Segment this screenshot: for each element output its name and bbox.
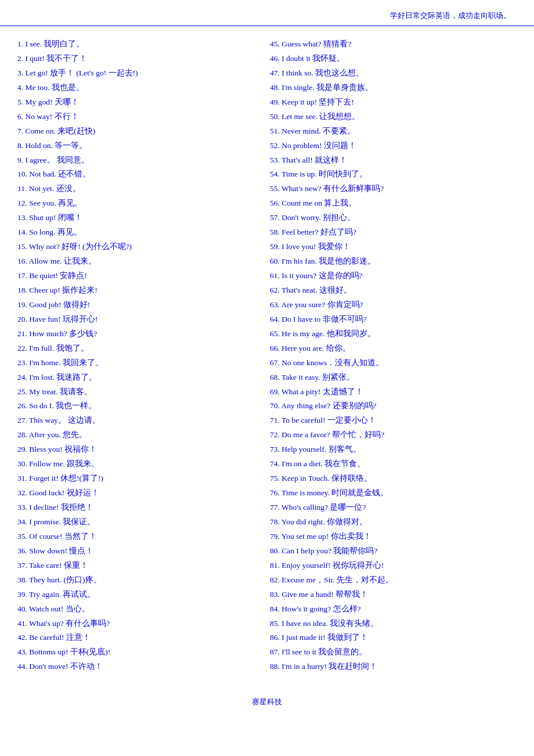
- list-item: 2. I quit! 我不干了！: [17, 52, 264, 66]
- list-item: 15. Why not? 好呀! (为什么不呢?): [17, 240, 264, 254]
- list-item: 41. What's up? 有什么事吗?: [17, 617, 264, 631]
- list-item: 69. What a pity! 太遗憾了！: [270, 386, 517, 399]
- list-item: 10. Not bad. 还不错。: [17, 168, 264, 181]
- list-item: 57. Don't worry. 别担心。: [270, 211, 517, 225]
- list-item: 34. I promise. 我保证。: [17, 516, 264, 529]
- list-item: 1. I see. 我明白了。: [17, 38, 264, 51]
- list-item: 63. Are you sure? 你肯定吗?: [270, 298, 517, 312]
- left-column: 1. I see. 我明白了。2. I quit! 我不干了！3. Let go…: [17, 38, 264, 674]
- list-item: 37. Take care! 保重！: [17, 559, 264, 573]
- list-item: 83. Give me a hand! 帮帮我！: [270, 588, 517, 602]
- list-item: 64. Do I have to 非做不可吗?: [270, 313, 517, 326]
- list-item: 67. No one knows．没有人知道。: [270, 357, 517, 370]
- list-item: 13. Shut up! 闭嘴！: [17, 211, 264, 225]
- list-item: 47. I think so. 我也这么想。: [270, 67, 517, 80]
- list-item: 31. Forget it! 休想!(算了!): [17, 472, 264, 485]
- list-item: 14. So long. 再见。: [17, 226, 264, 239]
- list-item: 39. Try again. 再试试。: [17, 588, 264, 602]
- list-item: 9. I agree。 我同意。: [17, 154, 264, 167]
- list-item: 6. No way! 不行！: [17, 110, 264, 124]
- footer-text: 赛星科技: [252, 697, 282, 706]
- list-item: 40. Watch out! 当心。: [17, 603, 264, 616]
- list-item: 56. Count me on 算上我。: [270, 197, 517, 210]
- list-item: 78. You did right. 你做得对。: [270, 516, 517, 529]
- list-item: 12. See you. 再见。: [17, 197, 264, 210]
- list-item: 36. Slow down! 慢点！: [17, 545, 264, 558]
- list-item: 82. Excuse me，Sir. 先生，对不起。: [270, 574, 517, 587]
- list-item: 87. I'll see to it 我会留意的。: [270, 646, 517, 659]
- list-item: 19. Good job! 做得好!: [17, 298, 264, 312]
- list-item: 58. Feel better? 好点了吗?: [270, 226, 517, 239]
- list-item: 11. Not yet. 还没。: [17, 182, 264, 196]
- list-item: 66. Here you are. 给你。: [270, 342, 517, 355]
- list-item: 24. I'm lost. 我迷路了。: [17, 371, 264, 384]
- list-item: 68. Take it easy. 别紧张。: [270, 371, 517, 384]
- list-item: 51. Never mind. 不要紧。: [270, 125, 517, 138]
- list-item: 29. Bless you! 祝福你！: [17, 443, 264, 456]
- list-item: 18. Cheer up! 振作起来!: [17, 284, 264, 297]
- list-item: 30. Follow me. 跟我来。: [17, 458, 264, 471]
- list-item: 7. Come on. 来吧(赶快): [17, 125, 264, 138]
- list-item: 72. Do me a favor? 帮个忙，好吗?: [270, 429, 517, 442]
- list-item: 55. What's new? 有什么新鲜事吗?: [270, 182, 517, 196]
- list-item: 33. I decline! 我拒绝！: [17, 501, 264, 514]
- list-item: 54. Time is up. 时间快到了。: [270, 168, 517, 181]
- list-item: 25. My treat. 我请客。: [17, 386, 264, 399]
- list-item: 21. How much? 多少钱?: [17, 327, 264, 341]
- right-column: 45. Guess what? 猜猜看?46. I doubt it 我怀疑。4…: [270, 38, 517, 674]
- list-item: 5. My god! 天哪！: [17, 96, 264, 109]
- list-item: 88. I'm in a hurry! 我在赶时间！: [270, 660, 517, 674]
- list-item: 71. To be careful! 一定要小心！: [270, 414, 517, 427]
- page-footer: 赛星科技: [0, 685, 534, 713]
- list-item: 65. He is my age. 他和我同岁。: [270, 327, 517, 341]
- list-item: 62. That's neat. 这很好。: [270, 284, 517, 297]
- list-item: 59. I love you! 我爱你！: [270, 240, 517, 254]
- list-item: 77. Who's calling? 是哪一位?: [270, 501, 517, 514]
- list-item: 23. I'm home. 我回来了。: [17, 357, 264, 370]
- list-item: 38. They hurt. (伤口)疼。: [17, 574, 264, 587]
- header-title: 学好日常交际英语，成功走向职场。: [390, 11, 511, 20]
- list-item: 42. Be careful! 注意！: [17, 631, 264, 645]
- list-item: 43. Bottoms up! 干杯(见底)!: [17, 646, 264, 659]
- list-item: 4. Me too. 我也是。: [17, 81, 264, 95]
- list-item: 84. How's it going? 怎么样?: [270, 603, 517, 616]
- list-item: 53. That's all! 就这样！: [270, 154, 517, 167]
- list-item: 26. So do I. 我也一样。: [17, 399, 264, 413]
- list-item: 48. I'm single. 我是单身贵族。: [270, 81, 517, 95]
- page-header: 学好日常交际英语，成功走向职场。: [0, 0, 534, 26]
- list-item: 74. I'm on a diet. 我在节食。: [270, 458, 517, 471]
- main-content: 1. I see. 我明白了。2. I quit! 我不干了！3. Let go…: [0, 32, 534, 685]
- list-item: 52. No problem! 没问题！: [270, 139, 517, 153]
- list-item: 80. Can I help you? 我能帮你吗?: [270, 545, 517, 558]
- list-item: 32. Good luck! 祝好运！: [17, 487, 264, 500]
- list-item: 16. Allow me. 让我来。: [17, 255, 264, 268]
- list-item: 79. You set me up! 你出卖我！: [270, 530, 517, 543]
- list-item: 49. Keep it up! 坚持下去!: [270, 96, 517, 109]
- list-item: 81. Enjoy yourself! 祝你玩得开心!: [270, 559, 517, 573]
- list-item: 46. I doubt it 我怀疑。: [270, 52, 517, 66]
- list-item: 70. Any thing else? 还要别的吗?: [270, 399, 517, 413]
- list-item: 22. I'm full. 我饱了。: [17, 342, 264, 355]
- list-item: 86. I just made it! 我做到了！: [270, 631, 517, 645]
- list-item: 61. Is it yours? 这是你的吗?: [270, 269, 517, 283]
- list-item: 8. Hold on. 等一等。: [17, 139, 264, 153]
- list-item: 45. Guess what? 猜猜看?: [270, 38, 517, 51]
- list-item: 85. I have no idea. 我没有头绪。: [270, 617, 517, 631]
- list-item: 60. I'm his fan. 我是他的影迷。: [270, 255, 517, 268]
- list-item: 28. After you. 您先。: [17, 429, 264, 442]
- list-item: 76. Time is money. 时间就是金钱。: [270, 487, 517, 500]
- list-item: 35. Of course! 当然了！: [17, 530, 264, 543]
- list-item: 75. Keep in Touch. 保持联络。: [270, 472, 517, 485]
- list-item: 73. Help yourself. 别客气。: [270, 443, 517, 456]
- list-item: 50. Let me see. 让我想想。: [270, 110, 517, 124]
- list-item: 17. Be quiet! 安静点!: [17, 269, 264, 283]
- list-item: 27. This way。 这边请。: [17, 414, 264, 427]
- list-item: 3. Let go! 放手！ (Let's go! 一起去!): [17, 67, 264, 80]
- list-item: 44. Don't move! 不许动！: [17, 660, 264, 674]
- list-item: 20. Have fun! 玩得开心!: [17, 313, 264, 326]
